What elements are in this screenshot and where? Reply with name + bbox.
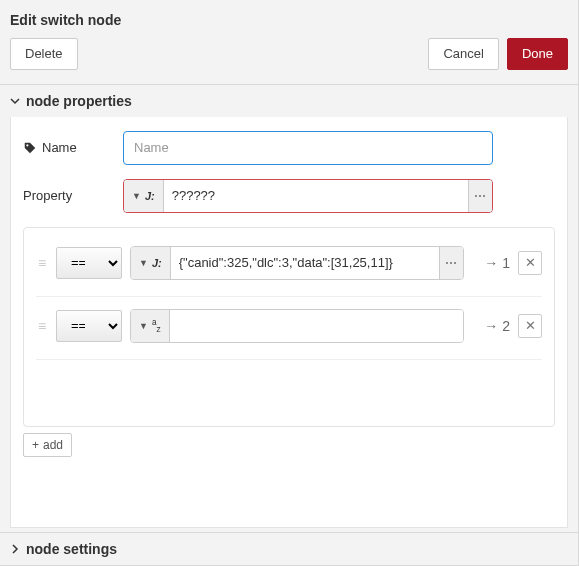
property-value-field[interactable] — [164, 180, 468, 212]
property-row: Property ▼ J: ⋯ — [23, 179, 555, 213]
rule-type-label: J: — [152, 257, 162, 269]
arrow-right-icon: → — [484, 255, 498, 271]
property-expand-button[interactable]: ⋯ — [468, 180, 492, 212]
property-label: Property — [23, 188, 72, 203]
output-number: 1 — [502, 255, 510, 271]
arrow-right-icon: → — [484, 318, 498, 334]
caret-down-icon: ▼ — [139, 258, 148, 268]
section-title-properties: node properties — [26, 93, 132, 109]
tag-icon — [23, 141, 37, 155]
plus-icon: + — [32, 438, 39, 452]
rule-value-field[interactable] — [170, 310, 463, 342]
name-label: Name — [42, 140, 77, 155]
section-title-settings: node settings — [26, 541, 117, 557]
action-button-row: Delete Cancel Done — [0, 38, 578, 84]
ellipsis-icon: ⋯ — [474, 189, 487, 203]
name-row: Name — [23, 131, 555, 165]
operator-select[interactable]: == — [56, 247, 122, 279]
rule-list: ≡ == ▼ J: ⋯ → 1 — [23, 227, 555, 427]
add-label: add — [43, 438, 63, 452]
rule-expand-button[interactable]: ⋯ — [439, 247, 463, 279]
ellipsis-icon: ⋯ — [445, 256, 458, 270]
chevron-right-icon — [10, 541, 20, 557]
close-icon: ✕ — [525, 318, 536, 333]
rule-row: ≡ == ▼ J: ⋯ → 1 — [36, 246, 542, 297]
add-rule-button[interactable]: + add — [23, 433, 72, 457]
drag-handle-icon[interactable]: ≡ — [36, 255, 48, 271]
edit-panel: Edit switch node Delete Cancel Done node… — [0, 0, 579, 566]
property-type-label: J: — [145, 190, 155, 202]
caret-down-icon: ▼ — [139, 321, 148, 331]
drag-handle-icon[interactable]: ≡ — [36, 318, 48, 334]
close-icon: ✕ — [525, 255, 536, 270]
section-header-properties[interactable]: node properties — [0, 84, 578, 117]
caret-down-icon: ▼ — [132, 191, 141, 201]
output-number: 2 — [502, 318, 510, 334]
rule-row: ≡ == ▼ az → 2 — [36, 309, 542, 360]
output-indicator: → 1 — [472, 255, 510, 271]
rule-type-button[interactable]: ▼ az — [131, 310, 170, 342]
delete-button[interactable]: Delete — [10, 38, 78, 70]
panel-title: Edit switch node — [0, 0, 578, 38]
name-input[interactable] — [123, 131, 493, 165]
operator-select[interactable]: == — [56, 310, 122, 342]
properties-body: Name Property ▼ J: ⋯ ≡ — [10, 117, 568, 528]
cancel-button[interactable]: Cancel — [428, 38, 498, 70]
rule-value-field[interactable] — [171, 247, 439, 279]
name-label-wrap: Name — [23, 140, 123, 155]
chevron-down-icon — [10, 93, 20, 109]
property-label-wrap: Property — [23, 188, 123, 203]
property-type-button[interactable]: ▼ J: — [124, 180, 164, 212]
rule-value-input: ▼ J: ⋯ — [130, 246, 464, 280]
output-indicator: → 2 — [472, 318, 510, 334]
section-header-settings[interactable]: node settings — [0, 532, 578, 566]
svg-point-0 — [26, 144, 28, 146]
property-input: ▼ J: ⋯ — [123, 179, 493, 213]
rule-value-input: ▼ az — [130, 309, 464, 343]
rule-type-label: az — [152, 317, 161, 334]
remove-rule-button[interactable]: ✕ — [518, 251, 542, 275]
remove-rule-button[interactable]: ✕ — [518, 314, 542, 338]
done-button[interactable]: Done — [507, 38, 568, 70]
spacer — [86, 38, 421, 70]
rule-type-button[interactable]: ▼ J: — [131, 247, 171, 279]
